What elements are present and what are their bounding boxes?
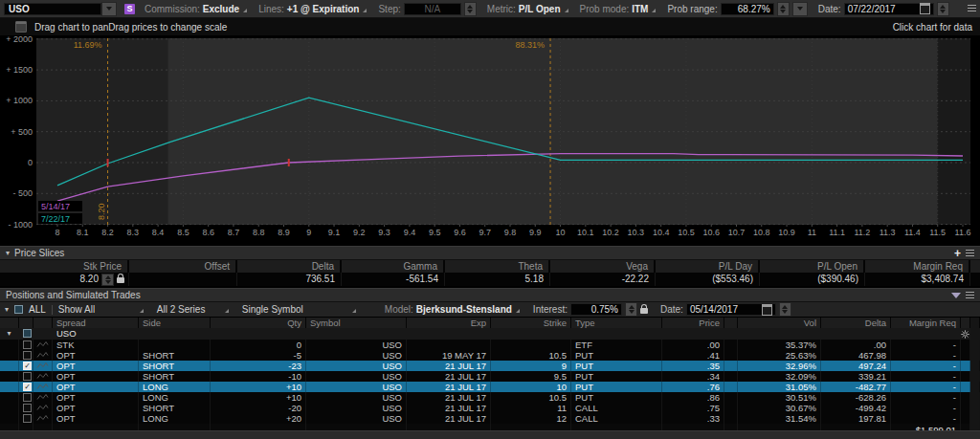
row-checkbox[interactable]: ✓ bbox=[23, 383, 32, 391]
commission-dropdown[interactable]: Commission: Exclude bbox=[145, 4, 248, 14]
price-slices-col-delta: Delta bbox=[237, 260, 342, 273]
x-axis-tick: 10.6 bbox=[702, 228, 720, 237]
group-checkbox[interactable] bbox=[23, 329, 32, 338]
analyze-trade-icon[interactable] bbox=[33, 413, 53, 424]
position-row[interactable]: STK0USOETF.0035.37%.00- bbox=[0, 340, 980, 350]
cell-side: LONG bbox=[139, 413, 211, 424]
cell-price: .86 bbox=[662, 392, 724, 403]
prob-range-input[interactable]: 68.27% bbox=[721, 3, 774, 15]
add-price-slice-button[interactable]: + bbox=[954, 249, 961, 258]
model-dropdown[interactable]: Model: Bjerksund-Stensland bbox=[385, 304, 521, 315]
analyze-trade-icon[interactable] bbox=[33, 361, 53, 371]
row-checkbox[interactable] bbox=[23, 351, 32, 360]
cell-exp: 19 MAY 17 bbox=[407, 350, 491, 361]
positions-header[interactable]: Positions and Simulated Trades bbox=[0, 288, 980, 302]
analyze-trade-icon[interactable] bbox=[33, 382, 53, 392]
prob-range-dropdown-button[interactable] bbox=[792, 2, 808, 16]
symbol-input[interactable]: USO bbox=[4, 3, 101, 15]
interest-input[interactable]: 0.75% bbox=[570, 303, 622, 316]
row-checkbox[interactable] bbox=[23, 340, 32, 349]
positions-collapse-icon[interactable] bbox=[951, 293, 961, 298]
lines-value: +1 @ Expiration bbox=[287, 4, 360, 14]
analyze-trade-icon[interactable] bbox=[33, 350, 53, 361]
x-axis-tick: 9.5 bbox=[429, 228, 441, 237]
show-all-dropdown[interactable]: Show All bbox=[58, 304, 145, 315]
step-spinner[interactable] bbox=[464, 2, 477, 16]
price-marker-label: 8.20 bbox=[97, 203, 106, 220]
lock-icon[interactable] bbox=[640, 308, 648, 314]
position-row[interactable]: ✓OPTSHORT-23USO21 JUL 179PUT.3532.96%497… bbox=[0, 361, 980, 371]
symbol-dropdown-button[interactable] bbox=[101, 2, 117, 16]
series-filter-dropdown[interactable]: All 2 Series bbox=[157, 304, 230, 315]
show-all-value: Show All bbox=[58, 304, 95, 315]
metric-dropdown[interactable]: Metric: P/L Open bbox=[487, 4, 569, 14]
step-input[interactable]: N/A bbox=[404, 3, 461, 15]
cell-delta: 339.21 bbox=[821, 371, 891, 382]
lines-dropdown[interactable]: Lines: +1 @ Expiration bbox=[258, 4, 368, 14]
gear-icon[interactable] bbox=[961, 328, 970, 340]
positions-date-spinner[interactable] bbox=[779, 302, 791, 317]
price-slices-col-offset: Offset bbox=[129, 260, 237, 273]
calendar-icon[interactable] bbox=[762, 304, 772, 316]
positions-date-label: Date: bbox=[660, 304, 683, 315]
cell-strike: 10.5 bbox=[491, 392, 571, 403]
analyze-trade-icon[interactable] bbox=[33, 403, 53, 413]
x-axis-tick: 9.9 bbox=[529, 228, 542, 237]
chart-data-hint: Click chart for data bbox=[893, 22, 972, 33]
positions-menu-icon[interactable] bbox=[966, 292, 974, 299]
toolbar-menu-icon[interactable] bbox=[968, 5, 976, 12]
row-checkbox[interactable] bbox=[23, 393, 32, 402]
position-row[interactable]: ✓OPTLONG+10USO21 JUL 1710PUT.7631.05%-48… bbox=[0, 382, 980, 392]
row-checkbox[interactable]: ✓ bbox=[23, 362, 32, 370]
position-row[interactable]: OPTLONG+20USO21 JUL 1712CALL.3331.54%197… bbox=[0, 413, 980, 424]
positions-date-input[interactable]: 05/14/2017 bbox=[686, 303, 776, 316]
x-axis-tick: 8 bbox=[55, 228, 59, 237]
symbol-combo[interactable]: USO bbox=[4, 3, 117, 15]
model-value: Bjerksund-Stensland bbox=[416, 304, 512, 315]
prob-mode-dropdown[interactable]: Prob mode: ITM bbox=[580, 4, 657, 14]
price-slices-header[interactable]: ▾ Price Slices + bbox=[0, 246, 980, 260]
risk-profile-chart[interactable]: + 2000+ 1500+ 1000+ 5000- 500- 100088.18… bbox=[0, 35, 980, 241]
group-collapse-arrow[interactable]: ▾ bbox=[0, 328, 19, 340]
x-axis-tick: 11 bbox=[808, 228, 816, 237]
prob-range-spinner[interactable] bbox=[777, 2, 790, 16]
stk-price-spinner[interactable] bbox=[101, 274, 114, 286]
symbol-mode-dropdown[interactable]: Single Symbol bbox=[242, 304, 357, 315]
cell-spread: OPT bbox=[53, 403, 139, 413]
position-row[interactable]: OPTSHORT-10USO21 JUL 179.5PUT.3432.09%33… bbox=[0, 371, 980, 382]
row-checkbox[interactable] bbox=[23, 372, 32, 381]
collapse-arrow-icon[interactable]: ▾ bbox=[6, 249, 10, 257]
position-row[interactable]: OPTSHORT-20USO21 JUL 1711CALL.7530.67%-4… bbox=[0, 403, 980, 413]
chart-date-input[interactable]: 07/22/2017 bbox=[844, 3, 934, 15]
analyze-trade-icon[interactable] bbox=[33, 340, 53, 350]
position-row[interactable]: OPTSHORT-5USO19 MAY 1710.5PUT.4125.63%46… bbox=[0, 350, 980, 361]
positions-group-row-uso[interactable]: ▾USO bbox=[0, 328, 980, 340]
select-all-checkbox[interactable] bbox=[14, 305, 23, 314]
interest-spinner[interactable] bbox=[625, 302, 637, 317]
x-axis-tick: 10.4 bbox=[653, 228, 670, 237]
x-axis-tick: 8.6 bbox=[202, 228, 214, 237]
price-slice-theta-value: 5.18 bbox=[445, 273, 550, 286]
x-axis-tick: 9.1 bbox=[328, 228, 341, 237]
lock-icon[interactable] bbox=[117, 277, 124, 283]
position-row[interactable]: OPTLONG+10USO21 JUL 1710.5PUT.8630.51%-6… bbox=[0, 392, 980, 403]
analyze-trade-icon[interactable] bbox=[33, 371, 53, 382]
positions-title: Positions and Simulated Trades bbox=[6, 290, 141, 300]
analyze-trade-icon[interactable] bbox=[33, 392, 53, 403]
cell-type: ETF bbox=[571, 340, 662, 350]
row-checkbox[interactable] bbox=[23, 414, 32, 423]
dropdown-corner-icon bbox=[140, 309, 144, 313]
cell-symbol: USO bbox=[306, 371, 407, 382]
x-axis-tick: 11.4 bbox=[904, 228, 921, 237]
calendar-icon[interactable] bbox=[920, 3, 930, 14]
chart-settings-icon[interactable] bbox=[15, 21, 27, 33]
positions-expand-arrow[interactable]: ▾ bbox=[5, 305, 9, 314]
row-checkbox[interactable] bbox=[23, 404, 32, 412]
chart-date-spinner[interactable] bbox=[937, 2, 949, 16]
cell-symbol: USO bbox=[306, 350, 407, 361]
price-slice-stk-price-value[interactable]: 8.20 bbox=[0, 273, 129, 286]
chart-date-control: Date: 07/22/2017 bbox=[818, 2, 949, 16]
price-slices-menu-icon[interactable] bbox=[966, 250, 974, 257]
x-axis-tick: 9.7 bbox=[479, 228, 491, 237]
cell-exp: 21 JUL 17 bbox=[407, 382, 491, 392]
